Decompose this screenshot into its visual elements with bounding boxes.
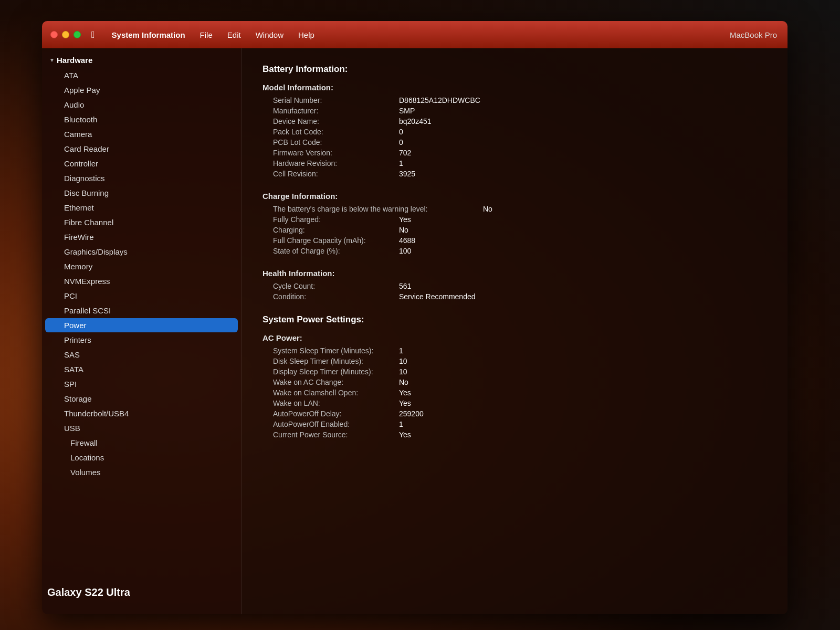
value-disk-sleep: 10	[399, 357, 407, 365]
info-row-device-name: Device Name: bq20z451	[262, 116, 766, 127]
value-condition: Service Recommended	[399, 292, 476, 301]
info-row-wake-clamshell: Wake on Clamshell Open: Yes	[262, 387, 766, 398]
info-row-condition: Condition: Service Recommended	[262, 291, 766, 302]
info-row-hw-revision: Hardware Revision: 1	[262, 158, 766, 169]
value-autopoweroff-delay: 259200	[399, 410, 424, 418]
label-autopoweroff-enabled: AutoPowerOff Enabled:	[262, 420, 399, 428]
sidebar-item-bluetooth[interactable]: Bluetooth	[45, 112, 238, 127]
sidebar-item-printers[interactable]: Printers	[45, 333, 238, 347]
sidebar-section-label: Hardware	[57, 56, 92, 65]
sidebar-item-sas[interactable]: SAS	[45, 348, 238, 362]
label-cell-revision: Cell Revision:	[262, 170, 399, 178]
label-display-sleep: Display Sleep Timer (Minutes):	[262, 368, 399, 376]
main-content: ▾ Hardware ATA Apple Pay Audio Bluetooth…	[42, 48, 788, 614]
close-button[interactable]	[50, 31, 58, 38]
info-row-disk-sleep: Disk Sleep Timer (Minutes): 10	[262, 356, 766, 366]
info-row-pcb-lot: PCB Lot Code: 0	[262, 137, 766, 148]
detail-panel: Battery Information: Model Information: …	[242, 48, 788, 614]
label-pcb-lot: PCB Lot Code:	[262, 138, 399, 146]
sidebar-item-audio[interactable]: Audio	[45, 98, 238, 112]
label-cycle-count: Cycle Count:	[262, 282, 399, 290]
info-row-wake-lan: Wake on LAN: Yes	[262, 398, 766, 408]
sidebar-item-thunderbolt-usb4[interactable]: Thunderbolt/USB4	[45, 406, 238, 421]
ac-power-title: AC Power:	[262, 333, 766, 342]
label-disk-sleep: Disk Sleep Timer (Minutes):	[262, 357, 399, 365]
label-hw-revision: Hardware Revision:	[262, 159, 399, 167]
label-manufacturer: Manufacturer:	[262, 107, 399, 115]
sidebar-item-controller[interactable]: Controller	[45, 156, 238, 171]
sidebar-item-camera[interactable]: Camera	[45, 127, 238, 141]
label-below-warning: The battery's charge is below the warnin…	[262, 205, 483, 213]
sidebar-item-fibre-channel[interactable]: Fibre Channel	[45, 215, 238, 229]
sidebar-item-nvmexpress[interactable]: NVMExpress	[45, 274, 238, 288]
sidebar-item-memory[interactable]: Memory	[45, 259, 238, 274]
health-info-group: Health Information: Cycle Count: 561 Con…	[262, 269, 766, 302]
value-serial: D868125A12DHDWCBC	[399, 96, 480, 104]
sidebar-item-spi[interactable]: SPI	[45, 377, 238, 391]
sidebar-section-hardware: ▾ Hardware	[42, 52, 241, 68]
label-serial: Serial Number:	[262, 96, 399, 104]
info-row-state-of-charge: State of Charge (%): 100	[262, 246, 766, 256]
value-fully-charged: Yes	[399, 215, 411, 224]
phone-label: Galaxy S22 Ultra	[47, 586, 130, 598]
health-info-title: Health Information:	[262, 269, 766, 278]
info-row-manufacturer: Manufacturer: SMP	[262, 106, 766, 116]
maximize-button[interactable]	[74, 31, 81, 38]
sidebar-item-usb[interactable]: USB	[45, 421, 238, 435]
sidebar-item-ata[interactable]: ATA	[45, 68, 238, 82]
sidebar-item-pci[interactable]: PCI	[45, 289, 238, 303]
info-row-system-sleep: System Sleep Timer (Minutes): 1	[262, 345, 766, 356]
menu-bar:  System Information File Edit Window He…	[91, 29, 314, 40]
info-row-display-sleep: Display Sleep Timer (Minutes): 10	[262, 366, 766, 377]
menu-window[interactable]: Window	[256, 30, 284, 39]
sidebar-item-card-reader[interactable]: Card Reader	[45, 142, 238, 156]
value-cycle-count: 561	[399, 282, 411, 290]
label-condition: Condition:	[262, 292, 399, 301]
label-firmware: Firmware Version:	[262, 149, 399, 157]
label-autopoweroff-delay: AutoPowerOff Delay:	[262, 410, 399, 418]
sidebar-item-locations[interactable]: Locations	[45, 450, 238, 465]
info-row-autopoweroff-enabled: AutoPowerOff Enabled: 1	[262, 419, 766, 429]
sidebar-item-diagnostics[interactable]: Diagnostics	[45, 171, 238, 185]
info-row-cycle-count: Cycle Count: 561	[262, 281, 766, 291]
menu-file[interactable]: File	[200, 30, 213, 39]
value-display-sleep: 10	[399, 368, 407, 376]
menu-app-name[interactable]: System Information	[112, 30, 185, 39]
label-wake-ac-change: Wake on AC Change:	[262, 378, 399, 386]
sidebar-item-disc-burning[interactable]: Disc Burning	[45, 186, 238, 200]
info-row-below-warning: The battery's charge is below the warnin…	[262, 204, 766, 214]
info-row-fully-charged: Fully Charged: Yes	[262, 214, 766, 225]
label-charging: Charging:	[262, 226, 399, 234]
sidebar-item-ethernet[interactable]: Ethernet	[45, 201, 238, 215]
sidebar-item-firewall[interactable]: Firewall	[45, 436, 238, 450]
label-wake-clamshell: Wake on Clamshell Open:	[262, 388, 399, 397]
sidebar-item-storage[interactable]: Storage	[45, 392, 238, 406]
value-wake-ac-change: No	[399, 378, 408, 386]
info-row-firmware: Firmware Version: 702	[262, 148, 766, 158]
label-current-power-source: Current Power Source:	[262, 430, 399, 439]
minimize-button[interactable]	[62, 31, 69, 38]
sidebar: ▾ Hardware ATA Apple Pay Audio Bluetooth…	[42, 48, 242, 614]
sidebar-item-graphics-displays[interactable]: Graphics/Displays	[45, 245, 238, 259]
sidebar-item-firewire[interactable]: FireWire	[45, 230, 238, 244]
chevron-down-icon: ▾	[50, 57, 54, 64]
value-device-name: bq20z451	[399, 117, 432, 125]
info-row-current-power-source: Current Power Source: Yes	[262, 429, 766, 440]
value-pack-lot: 0	[399, 128, 403, 136]
sidebar-item-parallel-scsi[interactable]: Parallel SCSI	[45, 303, 238, 318]
value-wake-lan: Yes	[399, 399, 411, 407]
menu-edit[interactable]: Edit	[227, 30, 241, 39]
info-row-cell-revision: Cell Revision: 3925	[262, 169, 766, 179]
label-fully-charged: Fully Charged:	[262, 215, 399, 224]
info-row-autopoweroff-delay: AutoPowerOff Delay: 259200	[262, 408, 766, 419]
value-wake-clamshell: Yes	[399, 388, 411, 397]
label-system-sleep: System Sleep Timer (Minutes):	[262, 346, 399, 355]
value-autopoweroff-enabled: 1	[399, 420, 403, 428]
sidebar-item-sata[interactable]: SATA	[45, 362, 238, 376]
sidebar-item-volumes[interactable]: Volumes	[45, 465, 238, 479]
value-current-power-source: Yes	[399, 430, 411, 439]
info-row-serial: Serial Number: D868125A12DHDWCBC	[262, 95, 766, 106]
menu-help[interactable]: Help	[298, 30, 314, 39]
sidebar-item-power[interactable]: Power	[45, 318, 238, 332]
sidebar-item-apple-pay[interactable]: Apple Pay	[45, 83, 238, 97]
